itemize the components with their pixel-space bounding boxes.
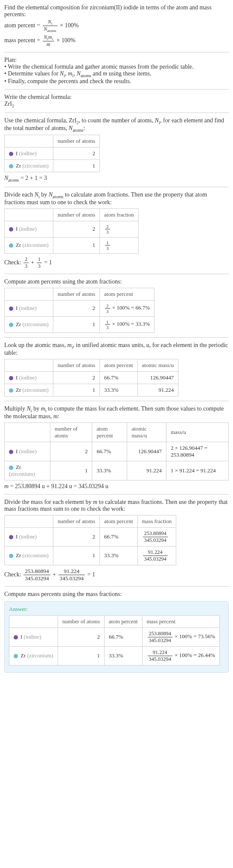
n-cell: 2 (53, 527, 99, 546)
el-symbol: Zr (16, 242, 21, 248)
el-name: (iodine) (19, 448, 37, 454)
el-name: (iodine) (19, 150, 37, 156)
frac-top: 1 (105, 240, 110, 246)
text: × 100% = 33.3% (111, 321, 150, 327)
n-cell: 1 (53, 546, 99, 565)
element-cell: Zr (zirconium) (5, 237, 53, 253)
mfrac-cell: 253.80894345.03294 (137, 527, 176, 546)
atomfrac-table: number of atomsatom fraction I (iodine) … (4, 208, 139, 254)
th-natoms: number of atoms (53, 515, 99, 527)
element-cell: I (iodine) (5, 442, 50, 461)
table-row: Zr (zirconium) 1 33.3% 91.224345.03294 ×… (9, 646, 220, 665)
frac-cell: 13 (100, 237, 139, 253)
th-massu: mass/u (166, 422, 228, 442)
b: 3 (105, 309, 110, 314)
el-name: (iodine) (19, 226, 37, 232)
text: Multiply (4, 405, 27, 412)
intro-text: Find the elemental composition for zirco… (4, 4, 229, 18)
var: m (68, 70, 72, 77)
element-cell: Zr (zirconium) (9, 646, 58, 665)
plan-bullet-3: • Finally, compute the percents and chec… (4, 78, 229, 85)
t: 1 (37, 256, 42, 263)
element-cell: I (iodine) (5, 148, 53, 160)
dot-icon (9, 554, 13, 558)
text: = 2 + 1 = 3 (19, 175, 47, 181)
el-name: (zirconium) (27, 652, 53, 659)
count-intro: Use the chemical formula, ZrI2, to count… (4, 117, 229, 133)
var: m (53, 413, 58, 420)
t: 253.80894 (148, 631, 172, 637)
equals: = (37, 37, 40, 43)
times-100: × 100% (57, 37, 76, 43)
dot-icon (9, 388, 13, 393)
var-m: m (48, 34, 52, 40)
text: × 100% = 73.56% (173, 633, 215, 639)
divider (4, 113, 229, 113)
table-row: I (iodine) 2 23 (5, 221, 139, 237)
text: : (83, 125, 85, 131)
var: m (93, 499, 97, 505)
text: Check: (4, 259, 23, 266)
molmass-intro: Multiply Ni by mi to compute the mass fo… (4, 405, 229, 420)
el-name: (iodine) (24, 634, 41, 640)
sub: atoms (52, 194, 63, 199)
element-cell: I (iodine) (5, 527, 53, 546)
table-row: Zr (zirconium) 1 33.3% 91.224345.03294 (5, 546, 176, 565)
b: 345.03294 (148, 637, 172, 644)
text: and (91, 70, 103, 77)
b: 3 (23, 263, 29, 269)
b: 345.03294 (23, 575, 50, 582)
divider (4, 89, 229, 90)
el-name: (zirconium) (23, 242, 49, 248)
element-cell: Zr (zirconium) (5, 546, 53, 565)
dot-icon (9, 535, 13, 539)
molmass-sum: m = 253.80894 u + 91.224 u = 345.03294 u (4, 483, 229, 490)
dot-icon (9, 243, 13, 248)
fraction: Ni Natoms (43, 19, 58, 33)
th-natoms: number of atoms (50, 422, 92, 442)
intro-block: Find the elemental composition for zirco… (4, 4, 229, 48)
sub: atoms (8, 178, 19, 182)
text: × 100% = 66.7% (111, 304, 150, 311)
equals: = (37, 22, 40, 29)
divider (4, 401, 229, 401)
pct-cell: 33.3% (100, 546, 138, 565)
n-cell: 1 (53, 160, 99, 172)
el-name: (zirconium) (23, 321, 49, 327)
dot-icon (9, 152, 13, 156)
pct-cell: 33.3% (92, 461, 127, 480)
table-row: Zr (zirconium) 1 33.3% 91.224 1 × 91.224… (5, 461, 229, 480)
massfrac-block: Divide the mass for each element by m to… (4, 499, 229, 582)
pct-cell: 66.7% (92, 442, 127, 461)
el-symbol: Zr (16, 387, 21, 393)
text: by (32, 405, 41, 412)
atommass-intro: Look up the atomic mass, mi, in unified … (4, 342, 229, 356)
dot-icon (9, 164, 13, 168)
th-mpct: mass percent (142, 615, 220, 628)
th-natoms: number of atoms (53, 359, 99, 371)
dot-icon (14, 654, 18, 658)
divider (4, 274, 229, 274)
b: 345.03294 (148, 656, 172, 663)
th-blank (9, 615, 58, 628)
var: N (155, 117, 159, 124)
table-row: I (iodine) 2 66.7% 126.90447 (5, 371, 178, 384)
mpct-cell: 91.224345.03294 × 100% = 26.44% (142, 646, 220, 665)
formula-block: Write the chemical formula: ZrI2 (4, 94, 229, 108)
b: 3 (105, 325, 110, 330)
var-N3: N (44, 34, 47, 40)
mass-percent-label: mass percent (4, 37, 35, 43)
t: 253.80894 (23, 568, 50, 575)
el-name: (zirconium) (9, 471, 35, 477)
dot-icon (9, 227, 13, 231)
th-blank (5, 359, 53, 371)
sub: atoms (73, 127, 83, 132)
el-symbol: Zr (16, 552, 21, 558)
dot-icon (9, 450, 13, 454)
text: using these items. (107, 70, 151, 77)
text: Divide the mass for each element by (4, 499, 93, 505)
th-apct: atom percent (105, 615, 143, 628)
t: 91.224 (58, 568, 85, 575)
th-amass: atomic mass/u (137, 359, 178, 371)
var: m (41, 405, 45, 412)
